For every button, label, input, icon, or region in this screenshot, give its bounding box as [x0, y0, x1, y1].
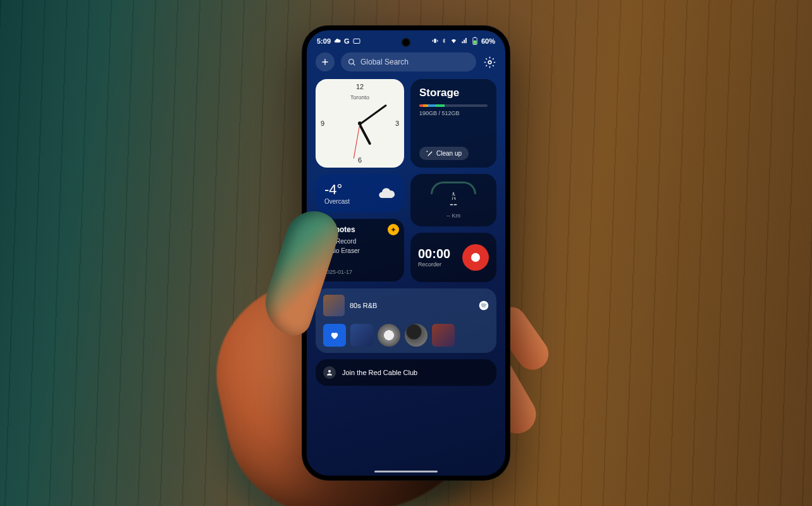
- steps-unit: -- Km: [446, 213, 460, 219]
- playlist-title: 80s R&B: [350, 302, 377, 309]
- second-hand: [354, 123, 360, 158]
- status-time: 5:09: [317, 37, 331, 45]
- clock-3: 3: [395, 120, 399, 127]
- promo-text: Join the Red Cable Club: [342, 369, 417, 376]
- clock-9: 9: [321, 120, 324, 127]
- search-placeholder: Global Search: [360, 58, 409, 66]
- cleanup-button[interactable]: Clean up: [419, 147, 469, 160]
- promo-banner[interactable]: Join the Red Cable Club: [316, 359, 496, 386]
- weather-widget[interactable]: -4° Overcast: [316, 174, 404, 213]
- record-button[interactable]: [462, 244, 489, 271]
- search-icon: [348, 58, 356, 66]
- svg-rect-4: [474, 37, 476, 38]
- album-thumb[interactable]: [350, 324, 373, 347]
- status-indicator: G: [344, 37, 350, 45]
- spotify-icon: [479, 300, 489, 311]
- svg-point-7: [453, 192, 454, 194]
- person-icon: [326, 369, 333, 376]
- recorder-widget[interactable]: 00:00 Recorder: [410, 233, 496, 283]
- weather-condition: Overcast: [324, 198, 350, 205]
- card-icon: [353, 38, 360, 44]
- add-button[interactable]: [316, 52, 335, 71]
- hour-hand: [359, 124, 371, 145]
- svg-point-6: [488, 61, 491, 64]
- weather-temp: -4°: [324, 182, 350, 198]
- plus-icon: [390, 226, 397, 233]
- storage-bar: [419, 104, 488, 107]
- album-thumb[interactable]: [378, 324, 400, 347]
- minute-hand: [359, 104, 387, 125]
- top-bar: Global Search: [307, 47, 505, 75]
- walk-icon: [449, 192, 458, 201]
- settings-button[interactable]: [483, 55, 496, 69]
- search-input[interactable]: Global Search: [341, 52, 476, 71]
- recorder-time: 00:00: [418, 247, 450, 261]
- clock-widget[interactable]: 12 3 6 9 Toronto: [316, 79, 404, 168]
- phone-screen: 5:09 G 60% Global Search: [307, 30, 505, 476]
- heart-icon: [329, 330, 340, 340]
- signal-icon: [461, 37, 469, 44]
- wand-icon: [426, 150, 433, 157]
- storage-title: Storage: [419, 87, 488, 99]
- cloud-icon: [378, 185, 395, 202]
- plus-icon: [321, 58, 329, 66]
- profile-icon-wrap: [323, 366, 336, 379]
- recorder-label: Recorder: [418, 261, 450, 268]
- steps-widget[interactable]: -- -- Km: [410, 174, 496, 226]
- clock-center: [358, 121, 362, 125]
- battery-icon: [472, 37, 478, 45]
- svg-point-5: [349, 59, 354, 64]
- wifi-icon: [450, 37, 458, 44]
- cloud-icon: [334, 37, 341, 44]
- playlist-art: [323, 295, 345, 316]
- nav-pill[interactable]: [374, 471, 438, 472]
- note-item: …: [323, 257, 397, 264]
- gear-icon: [484, 56, 496, 68]
- clock-city: Toronto: [350, 94, 369, 101]
- svg-point-9: [328, 370, 331, 373]
- storage-usage: 190GB / 512GB: [419, 110, 488, 116]
- svg-rect-0: [354, 39, 360, 43]
- liked-songs-button[interactable]: [323, 324, 346, 347]
- battery-percent: 60%: [481, 37, 495, 45]
- front-camera: [403, 39, 409, 46]
- bluetooth-icon: [441, 37, 446, 44]
- album-thumb[interactable]: [405, 324, 428, 347]
- clock-12: 12: [356, 83, 364, 90]
- clock-6: 6: [358, 156, 362, 164]
- storage-widget[interactable]: Storage 190GB / 512GB Clean up: [410, 79, 496, 168]
- add-note-button[interactable]: [388, 224, 399, 235]
- svg-rect-3: [474, 40, 477, 44]
- cleanup-label: Clean up: [436, 150, 462, 157]
- notes-date: 2025-01-17: [323, 269, 397, 275]
- vibrate-icon: [432, 37, 438, 44]
- album-thumb[interactable]: [432, 324, 455, 347]
- svg-rect-1: [434, 39, 436, 43]
- music-widget[interactable]: 80s R&B: [316, 288, 496, 353]
